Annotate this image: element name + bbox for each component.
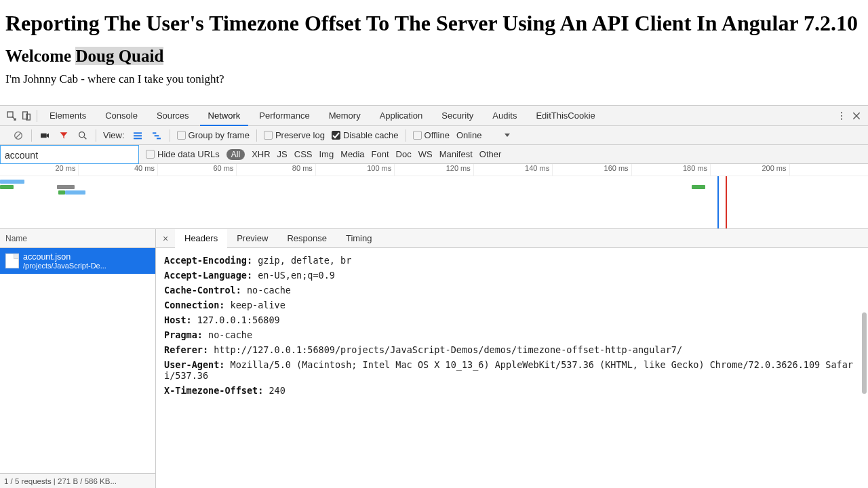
hide-data-urls-label: Hide data URLs bbox=[157, 149, 220, 159]
close-detail-icon[interactable]: × bbox=[156, 233, 175, 244]
close-devtools-icon[interactable] bbox=[850, 110, 863, 122]
article-body: I'm Johnny Cab - where can I take you to… bbox=[5, 73, 863, 86]
network-filter-row: account Hide data URLs All XHR JS CSS Im… bbox=[0, 145, 868, 164]
divider bbox=[37, 110, 37, 122]
disable-cache[interactable]: Disable cache bbox=[332, 130, 399, 140]
camera-icon[interactable] bbox=[39, 129, 51, 142]
filter-type-img[interactable]: Img bbox=[319, 149, 334, 159]
scrollbar[interactable] bbox=[861, 248, 867, 488]
filter-input[interactable]: account bbox=[0, 145, 139, 164]
svg-point-3 bbox=[841, 112, 842, 113]
filter-type-media[interactable]: Media bbox=[340, 149, 364, 159]
tab-sources[interactable]: Sources bbox=[149, 106, 197, 126]
filter-type-css[interactable]: CSS bbox=[294, 149, 313, 159]
detail-tab-response[interactable]: Response bbox=[277, 229, 336, 248]
header-value: 127.0.0.1:56809 bbox=[192, 314, 280, 325]
divider bbox=[406, 129, 406, 142]
header-value: Mozilla/5.0 (Macintosh; Intel Mac OS X 1… bbox=[164, 359, 853, 381]
detail-tab-headers[interactable]: Headers bbox=[175, 229, 227, 248]
filter-type-manifest[interactable]: Manifest bbox=[439, 149, 473, 159]
online-label: Online bbox=[456, 130, 482, 140]
clear-icon[interactable] bbox=[12, 129, 24, 142]
tick: 20 ms bbox=[0, 164, 79, 176]
group-by-frame-label: Group by frame bbox=[189, 130, 250, 140]
tab-application[interactable]: Application bbox=[372, 106, 431, 126]
kebab-icon[interactable] bbox=[835, 110, 848, 122]
tab-performance[interactable]: Performance bbox=[251, 106, 317, 126]
detail-tab-timing[interactable]: Timing bbox=[336, 229, 382, 248]
article-title: Reporting The User's Timezone Offset To … bbox=[5, 11, 863, 36]
header-value: en-US,en;q=0.9 bbox=[252, 270, 335, 281]
waterfall-view-icon[interactable] bbox=[151, 129, 163, 142]
header-key: Host: bbox=[164, 314, 192, 325]
divider bbox=[31, 129, 32, 142]
inspect-icon[interactable] bbox=[5, 110, 18, 122]
filter-type-xhr[interactable]: XHR bbox=[252, 149, 270, 159]
filter-type-ws[interactable]: WS bbox=[418, 149, 433, 159]
device-toggle-icon[interactable] bbox=[20, 110, 33, 122]
chevron-down-icon bbox=[505, 134, 510, 137]
divider bbox=[170, 129, 170, 142]
tab-network[interactable]: Network bbox=[200, 106, 249, 126]
filter-type-doc[interactable]: Doc bbox=[396, 149, 412, 159]
waterfall-overview[interactable]: 20 ms 40 ms 60 ms 80 ms 100 ms 120 ms 14… bbox=[0, 164, 868, 229]
tab-audits[interactable]: Audits bbox=[484, 106, 525, 126]
header-value: keep-alive bbox=[224, 300, 285, 310]
tick: 160 ms bbox=[553, 164, 631, 176]
filter-type-js[interactable]: JS bbox=[277, 149, 288, 159]
header-key: Connection: bbox=[164, 300, 224, 310]
header-key: User-Agent: bbox=[164, 359, 224, 370]
header-value: gzip, deflate, br bbox=[252, 255, 351, 266]
svg-rect-9 bbox=[134, 132, 142, 134]
tick: 40 ms bbox=[79, 164, 157, 176]
svg-rect-14 bbox=[157, 138, 161, 139]
search-icon[interactable] bbox=[77, 129, 89, 142]
svg-rect-7 bbox=[41, 133, 47, 138]
header-key: Cache-Control: bbox=[164, 285, 241, 296]
welcome-heading: Welcome Doug Quaid bbox=[5, 47, 863, 66]
request-row[interactable]: account.json /projects/JavaScript-De... bbox=[0, 248, 155, 274]
request-list: Name account.json /projects/JavaScript-D… bbox=[0, 229, 156, 488]
offline-toggle[interactable]: Offline bbox=[413, 130, 450, 140]
tick: 120 ms bbox=[395, 164, 473, 176]
svg-rect-10 bbox=[134, 135, 142, 136]
tab-editthiscookie[interactable]: EditThisCookie bbox=[528, 106, 603, 126]
tick: 100 ms bbox=[316, 164, 395, 176]
welcome-prefix: Welcome bbox=[5, 47, 75, 65]
network-toolbar: View: Group by frame Preserve log Disabl… bbox=[0, 126, 868, 145]
filter-type-font[interactable]: Font bbox=[372, 149, 389, 159]
header-value: http://127.0.0.1:56809/projects/JavaScri… bbox=[208, 344, 682, 355]
large-rows-icon[interactable] bbox=[132, 129, 144, 142]
request-detail: × Headers Preview Response Timing Accept… bbox=[156, 229, 868, 488]
tab-security[interactable]: Security bbox=[433, 106, 481, 126]
header-key: X-Timezone-Offset: bbox=[164, 385, 263, 396]
name-column-header[interactable]: Name bbox=[0, 229, 155, 248]
throttling-select[interactable]: Online bbox=[456, 130, 510, 140]
tab-elements[interactable]: Elements bbox=[41, 106, 94, 126]
tick: 80 ms bbox=[237, 164, 315, 176]
header-value: no-cache bbox=[203, 329, 252, 340]
devtools-tabbar: Elements Console Sources Network Perform… bbox=[0, 106, 868, 126]
header-value: no-cache bbox=[241, 285, 291, 296]
status-bar: 1 / 5 requests | 271 B / 586 KB... bbox=[0, 473, 155, 488]
tick: 200 ms bbox=[711, 164, 789, 176]
detail-tab-preview[interactable]: Preview bbox=[227, 229, 277, 248]
filter-icon[interactable] bbox=[58, 129, 70, 142]
filter-type-all[interactable]: All bbox=[226, 149, 245, 160]
svg-rect-11 bbox=[134, 138, 142, 139]
header-key: Accept-Language: bbox=[164, 270, 252, 281]
group-by-frame[interactable]: Group by frame bbox=[177, 130, 250, 140]
tick bbox=[790, 164, 868, 176]
svg-point-4 bbox=[841, 115, 842, 116]
divider bbox=[96, 129, 96, 142]
headers-panel: Accept-Encoding: gzip, deflate, br Accep… bbox=[156, 248, 868, 488]
hide-data-urls[interactable]: Hide data URLs bbox=[146, 149, 220, 159]
welcome-name: Doug Quaid bbox=[75, 47, 163, 65]
preserve-log-label: Preserve log bbox=[275, 130, 325, 140]
tab-console[interactable]: Console bbox=[97, 106, 146, 126]
filter-type-other[interactable]: Other bbox=[479, 149, 502, 159]
preserve-log[interactable]: Preserve log bbox=[264, 130, 325, 140]
tab-memory[interactable]: Memory bbox=[321, 106, 369, 126]
devtools-panel: Elements Console Sources Network Perform… bbox=[0, 105, 868, 488]
disable-cache-label: Disable cache bbox=[343, 130, 399, 140]
